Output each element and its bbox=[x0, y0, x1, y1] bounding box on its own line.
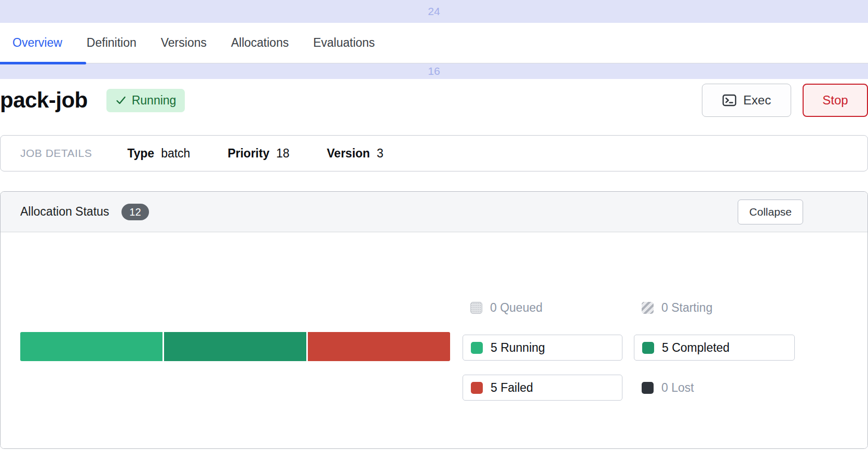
legend-label: 5 Failed bbox=[491, 381, 533, 395]
legend-item-queued: 0 Queued bbox=[463, 295, 622, 321]
queued-swatch-icon bbox=[470, 302, 482, 314]
field-value: 18 bbox=[276, 147, 290, 161]
terminal-icon bbox=[722, 93, 737, 108]
legend-label: 0 Starting bbox=[661, 301, 712, 315]
tab-versions[interactable]: Versions bbox=[161, 36, 207, 50]
bar-segment-failed[interactable] bbox=[308, 332, 450, 361]
legend-item-starting: 0 Starting bbox=[634, 295, 795, 321]
spacer-bar-top: 24 bbox=[0, 0, 868, 23]
field-label: Type bbox=[127, 147, 154, 161]
legend-label: 5 Completed bbox=[662, 341, 729, 355]
failed-swatch-icon bbox=[471, 382, 483, 394]
tab-list: OverviewDefinitionVersionsAllocationsEva… bbox=[12, 36, 375, 50]
stop-button-label: Stop bbox=[822, 93, 848, 108]
allocation-status-header: Allocation Status 12 Collapse bbox=[1, 192, 867, 232]
spacer-bar-bottom: 16 bbox=[0, 63, 868, 79]
running-swatch-icon bbox=[471, 342, 483, 354]
allocation-status-title: Allocation Status bbox=[20, 205, 109, 219]
field-priority: Priority18 bbox=[227, 147, 289, 161]
spacer-bottom-label: 16 bbox=[428, 65, 440, 77]
job-details-fields: TypebatchPriority18Version3 bbox=[127, 147, 383, 161]
tab-overview[interactable]: Overview bbox=[12, 36, 62, 50]
legend-item-lost: 0 Lost bbox=[634, 375, 795, 401]
page-title: pack-job bbox=[0, 88, 88, 113]
job-actions: Exec Stop bbox=[702, 84, 868, 117]
legend-item-completed[interactable]: 5 Completed bbox=[634, 335, 795, 361]
status-badge-label: Running bbox=[132, 94, 177, 108]
exec-button-label: Exec bbox=[743, 93, 771, 108]
tab-allocations[interactable]: Allocations bbox=[231, 36, 289, 50]
spacer-top-label: 24 bbox=[428, 5, 440, 18]
completed-swatch-icon bbox=[642, 342, 654, 354]
active-tab-underline bbox=[0, 62, 86, 64]
field-value: 3 bbox=[377, 147, 384, 161]
field-label: Version bbox=[327, 147, 370, 161]
allocation-status-body: 0 Queued0 Starting5 Running5 Completed5 … bbox=[1, 232, 867, 448]
field-type: Typebatch bbox=[127, 147, 190, 161]
field-value: batch bbox=[161, 147, 190, 161]
stop-button[interactable]: Stop bbox=[803, 84, 868, 117]
tab-bar: OverviewDefinitionVersionsAllocationsEva… bbox=[0, 23, 868, 63]
allocation-bar bbox=[20, 332, 450, 361]
allocation-count-badge: 12 bbox=[121, 204, 148, 220]
lost-swatch-icon bbox=[642, 382, 654, 394]
job-header: pack-job Running Exec Stop bbox=[0, 79, 868, 116]
tab-definition[interactable]: Definition bbox=[87, 36, 137, 50]
collapse-button[interactable]: Collapse bbox=[738, 200, 803, 224]
job-details-heading: JOB DETAILS bbox=[20, 147, 92, 160]
legend-item-failed[interactable]: 5 Failed bbox=[463, 375, 622, 401]
check-icon bbox=[115, 95, 127, 106]
bar-segment-completed[interactable] bbox=[164, 332, 306, 361]
field-version: Version3 bbox=[327, 147, 384, 161]
tab-evaluations[interactable]: Evaluations bbox=[313, 36, 375, 50]
legend: 0 Queued0 Starting5 Running5 Completed5 … bbox=[463, 295, 795, 401]
status-badge: Running bbox=[106, 89, 185, 112]
starting-swatch-icon bbox=[642, 302, 654, 314]
bar-segment-running[interactable] bbox=[20, 332, 162, 361]
exec-button[interactable]: Exec bbox=[702, 84, 791, 117]
job-details-card: JOB DETAILS TypebatchPriority18Version3 bbox=[0, 135, 868, 171]
legend-label: 0 Lost bbox=[661, 381, 694, 395]
allocation-status-card: Allocation Status 12 Collapse 0 Queued0 … bbox=[0, 191, 868, 449]
field-label: Priority bbox=[227, 147, 269, 161]
legend-label: 5 Running bbox=[491, 341, 545, 355]
legend-label: 0 Queued bbox=[490, 301, 542, 315]
legend-item-running[interactable]: 5 Running bbox=[463, 335, 622, 361]
